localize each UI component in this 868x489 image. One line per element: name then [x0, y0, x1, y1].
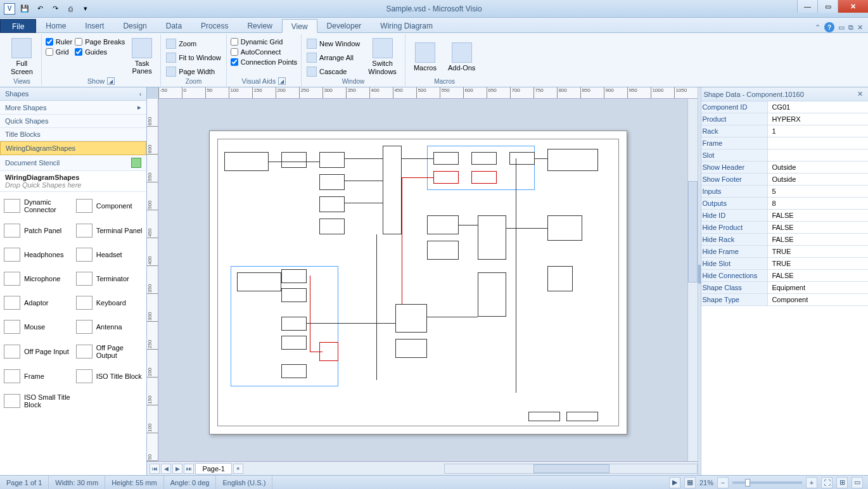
full-screen-icon[interactable]: ▭: [852, 477, 863, 488]
chk-ruler[interactable]: Ruler: [46, 38, 72, 46]
vertical-scrollbar[interactable]: [687, 99, 698, 461]
property-value[interactable]: Outside: [768, 162, 868, 173]
shape-data-row[interactable]: Hide IDFALSE: [698, 210, 868, 222]
component-shape[interactable]: [528, 412, 560, 421]
fit-window-button[interactable]: Fit to Window: [165, 52, 222, 63]
zoom-in-button[interactable]: +: [806, 477, 817, 488]
wire[interactable]: [402, 158, 433, 159]
cascade-button[interactable]: Cascade: [305, 66, 361, 77]
component-shape[interactable]: [281, 269, 307, 283]
component-shape[interactable]: [433, 152, 459, 165]
ribbon-opt2-icon[interactable]: ⧉: [848, 23, 853, 32]
wiring-diagram-shapes-item[interactable]: WiringDiagramShapes: [0, 141, 146, 155]
title-blocks-item[interactable]: Title Blocks: [0, 128, 146, 141]
shape-master[interactable]: Keyboard: [75, 295, 144, 311]
component-shape[interactable]: [281, 317, 307, 331]
shape-master[interactable]: Frame: [3, 368, 72, 384]
tab-view[interactable]: View: [282, 19, 317, 33]
close-panel-icon[interactable]: ✕: [857, 90, 863, 98]
wire[interactable]: [427, 317, 478, 317]
wire[interactable]: [345, 181, 383, 181]
component-shape[interactable]: [319, 219, 345, 234]
shape-data-row[interactable]: Show FooterOutside: [698, 174, 868, 186]
property-value[interactable]: [768, 149, 868, 161]
document-stencil-item[interactable]: Document Stencil: [0, 155, 146, 171]
visualaids-launcher[interactable]: ◢: [278, 77, 286, 85]
shape-data-row[interactable]: Outputs8: [698, 198, 868, 210]
shape-data-row[interactable]: Component IDCG01: [698, 101, 868, 113]
help-icon[interactable]: ?: [824, 22, 834, 32]
tab-home[interactable]: Home: [36, 18, 75, 32]
shape-data-row[interactable]: Show HeaderOutside: [698, 162, 868, 174]
shape-master[interactable]: ISO Title Block: [75, 368, 144, 384]
tab-insert[interactable]: Insert: [75, 18, 113, 32]
zoom-level[interactable]: 21%: [699, 479, 713, 486]
page-width-button[interactable]: Page Width: [165, 66, 222, 77]
pan-zoom-icon[interactable]: ⊞: [836, 477, 848, 488]
property-value[interactable]: Outside: [768, 174, 868, 185]
switch-windows-button[interactable]: Switch Windows: [364, 35, 401, 78]
drawing-surface[interactable]: [158, 99, 698, 461]
component-shape[interactable]: [224, 152, 269, 171]
ribbon-opt1-icon[interactable]: ▭: [838, 23, 845, 32]
wire[interactable]: [459, 225, 478, 225]
page-tab[interactable]: Page-1: [195, 463, 231, 474]
shape-master[interactable]: Headset: [75, 246, 144, 263]
wire[interactable]: [516, 158, 516, 393]
show-launcher[interactable]: ◢: [107, 77, 115, 85]
shape-data-row[interactable]: Hide SlotTRUE: [698, 258, 868, 270]
tab-data[interactable]: Data: [156, 18, 191, 32]
shape-data-row[interactable]: Inputs5: [698, 186, 868, 198]
shape-master[interactable]: Component: [75, 197, 144, 215]
tab-design[interactable]: Design: [113, 18, 156, 32]
status-language[interactable]: English (U.S.): [216, 476, 272, 489]
shape-master[interactable]: Adaptor: [3, 295, 72, 311]
zoom-handle[interactable]: [745, 479, 750, 486]
shape-data-row[interactable]: Rack1: [698, 125, 868, 137]
property-value[interactable]: FALSE: [768, 270, 868, 281]
shape-data-row[interactable]: ProductHYPERX: [698, 113, 868, 125]
component-shape[interactable]: [427, 241, 459, 260]
property-value[interactable]: FALSE: [768, 210, 868, 221]
fit-page-icon[interactable]: ⛶: [821, 477, 833, 488]
wire[interactable]: [310, 352, 322, 352]
quick-shapes-item[interactable]: Quick Shapes: [0, 115, 146, 128]
collapse-icon[interactable]: ‹: [139, 90, 142, 98]
maximize-button[interactable]: ▭: [817, 0, 838, 13]
property-value[interactable]: TRUE: [768, 246, 868, 257]
property-value[interactable]: FALSE: [768, 222, 868, 233]
component-shape[interactable]: [471, 171, 497, 184]
zoom-button[interactable]: Zoom: [165, 38, 222, 49]
property-value[interactable]: [768, 137, 868, 149]
tab-developer[interactable]: Developer: [317, 18, 371, 32]
shape-master[interactable]: Mouse: [3, 319, 72, 335]
tab-review[interactable]: Review: [238, 18, 281, 32]
save-button[interactable]: 💾: [18, 2, 32, 16]
property-value[interactable]: 1: [768, 125, 868, 137]
wire[interactable]: [345, 203, 383, 203]
component-shape[interactable]: [319, 196, 345, 212]
minimize-button[interactable]: —: [797, 0, 817, 13]
component-shape[interactable]: [319, 174, 345, 190]
qat-customize[interactable]: ▾: [79, 2, 93, 16]
component-shape[interactable]: [281, 336, 307, 350]
view-mode-icon[interactable]: ▦: [684, 477, 696, 488]
component-shape[interactable]: [547, 215, 582, 241]
wire[interactable]: [506, 228, 547, 229]
component-shape[interactable]: [509, 152, 535, 165]
shape-master[interactable]: Terminator: [75, 270, 144, 287]
scroll-thumb[interactable]: [688, 181, 698, 283]
component-shape[interactable]: [383, 146, 402, 234]
scroll-thumb[interactable]: [533, 464, 610, 473]
zoom-slider[interactable]: [732, 481, 802, 484]
component-shape[interactable]: [478, 272, 506, 317]
component-shape[interactable]: [281, 288, 307, 302]
chk-connection-points[interactable]: Connection Points: [231, 58, 297, 66]
status-page[interactable]: Page 1 of 1: [0, 476, 49, 489]
shape-data-row[interactable]: Hide ProductFALSE: [698, 222, 868, 234]
shape-data-row[interactable]: Hide RackFALSE: [698, 234, 868, 246]
full-screen-button[interactable]: Full Screen: [6, 35, 37, 78]
macro-record-icon[interactable]: ▶: [669, 477, 680, 488]
property-value[interactable]: Component: [768, 294, 868, 305]
wire[interactable]: [402, 177, 433, 178]
